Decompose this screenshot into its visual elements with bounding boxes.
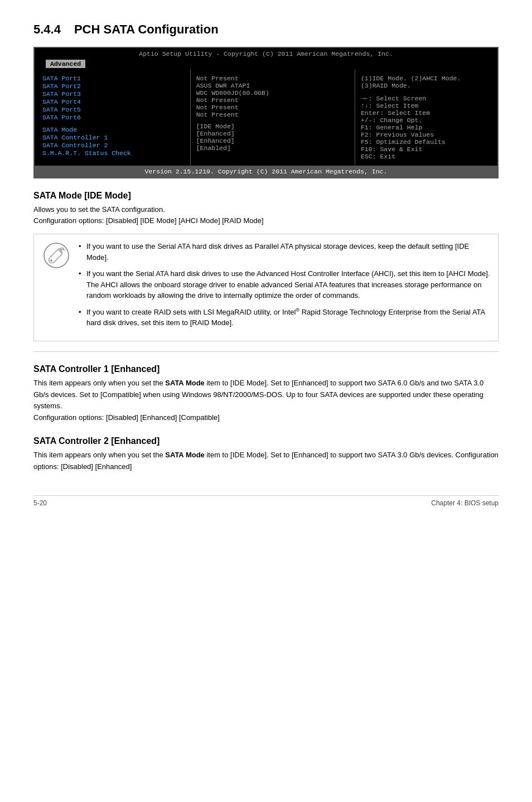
note-bullet-3: If you want to create RAID sets with LSI… bbox=[79, 307, 490, 328]
subsection-title: SATA Mode [IDE Mode] bbox=[33, 191, 499, 201]
bios-middle-panel: Not Present ASUS DWR ATAPI WDC WD800JD(8… bbox=[191, 69, 355, 166]
subsection-para2: Configuration options: [Disabled] [IDE M… bbox=[33, 216, 264, 225]
bios-tab-advanced: Advanced bbox=[46, 60, 85, 68]
subsection-body: This item appears only when you set the … bbox=[33, 450, 499, 473]
bios-port-row: SATA Port6 bbox=[42, 114, 185, 121]
note-bullets: If you want to use the Serial ATA hard d… bbox=[79, 241, 490, 334]
bios-nav-item: F2: Previous Values bbox=[361, 131, 492, 138]
subsection-sata-controller-1: SATA Controller 1 [Enhanced] This item a… bbox=[33, 364, 499, 424]
bios-port-value: Not Present bbox=[196, 75, 349, 82]
subsection-sata-controller-2: SATA Controller 2 [Enhanced] This item a… bbox=[33, 436, 499, 473]
bios-nav-item: F10: Save & Exit bbox=[361, 146, 492, 153]
bios-setting-value: [IDE Mode] bbox=[196, 123, 349, 130]
bios-port-value: Not Present bbox=[196, 96, 349, 104]
section-number: 5.4.4 bbox=[33, 22, 61, 37]
bios-setting-row: SATA Controller 1 bbox=[42, 134, 185, 141]
bios-footer: Version 2.15.1219. Copyright (C) 2011 Am… bbox=[35, 166, 497, 177]
bios-setting-row: SATA Controller 2 bbox=[42, 142, 185, 149]
bold-term: SATA Mode bbox=[165, 451, 205, 459]
bios-nav-item: +/-: Change Opt. bbox=[361, 117, 492, 124]
bios-right-panel: (1)IDE Mode. (2)AHCI Mode.(3)RAID Mode. … bbox=[355, 69, 497, 166]
section-title: PCH SATA Configuration bbox=[74, 22, 219, 37]
note-bullet-1: If you want to use the Serial ATA hard d… bbox=[79, 241, 490, 263]
bios-header: Aptio Setup Utility - Copyright (C) 2011… bbox=[35, 48, 497, 59]
bios-tab-bar: Advanced bbox=[35, 59, 497, 69]
divider-1 bbox=[33, 351, 499, 352]
bios-port-value: Not Present bbox=[196, 104, 349, 111]
bios-port-value: WDC WD800JD(80.0GB) bbox=[196, 89, 349, 96]
bios-nav-item: F1: General Help bbox=[361, 124, 492, 131]
subsection-desc: Allows you to set the SATA configuration… bbox=[33, 204, 499, 226]
bios-port-row: SATA Port2 bbox=[42, 83, 185, 90]
bios-setting-row: SATA Mode bbox=[42, 126, 185, 133]
subsection-para1: Allows you to set the SATA configuration… bbox=[33, 205, 165, 214]
subsection-title: SATA Controller 1 [Enhanced] bbox=[33, 364, 499, 374]
bios-port-row: SATA Port1 bbox=[42, 75, 185, 82]
footer-page-number: 5-20 bbox=[33, 499, 47, 507]
bios-content: SATA Port1 SATA Port2 SATA Port3 SATA Po… bbox=[35, 69, 497, 166]
bios-nav-item: ↑↓: Select Item bbox=[361, 102, 492, 109]
bold-term: SATA Mode bbox=[165, 379, 205, 387]
bios-setting-value: [Enhanced] bbox=[196, 137, 349, 144]
note-box: If you want to use the Serial ATA hard d… bbox=[33, 234, 499, 341]
svg-point-0 bbox=[44, 243, 69, 268]
bios-nav-item: ESC: Exit bbox=[361, 153, 492, 160]
tool-icon bbox=[43, 242, 70, 269]
bios-left-panel: SATA Port1 SATA Port2 SATA Port3 SATA Po… bbox=[35, 69, 191, 166]
bios-port-row: SATA Port5 bbox=[42, 106, 185, 113]
svg-point-1 bbox=[50, 259, 52, 262]
note-icon bbox=[42, 241, 71, 270]
footer-chapter: Chapter 4: BIOS setup bbox=[431, 499, 499, 507]
bios-screenshot: Aptio Setup Utility - Copyright (C) 2011… bbox=[33, 47, 499, 178]
bios-setting-row: S.M.A.R.T. Status Check bbox=[42, 149, 185, 157]
bios-port-row: SATA Port4 bbox=[42, 98, 185, 105]
subsection-sata-mode: SATA Mode [IDE Mode] Allows you to set t… bbox=[33, 191, 499, 341]
bios-nav-item: Enter: Select Item bbox=[361, 109, 492, 117]
bios-setting-value: [Enabled] bbox=[196, 144, 349, 152]
bios-port-value: Not Present bbox=[196, 111, 349, 118]
subsection-body: This item appears only when you set the … bbox=[33, 378, 499, 424]
page-footer: 5-20 Chapter 4: BIOS setup bbox=[33, 495, 499, 507]
bios-port-value: ASUS DWR ATAPI bbox=[196, 82, 349, 89]
bios-nav-item: →←: Select Screen bbox=[361, 95, 492, 102]
bios-setting-value: [Enhanced] bbox=[196, 130, 349, 137]
bios-port-row: SATA Port3 bbox=[42, 90, 185, 98]
subsection-title: SATA Controller 2 [Enhanced] bbox=[33, 436, 499, 446]
note-bullet-2: If you want the Serial ATA hard disk dri… bbox=[79, 268, 490, 301]
bios-help-text: (1)IDE Mode. (2)AHCI Mode.(3)RAID Mode. bbox=[361, 75, 492, 89]
bios-nav-help: →←: Select Screen ↑↓: Select Item Enter:… bbox=[361, 95, 492, 160]
bios-nav-item: F5: Optimized Defaults bbox=[361, 138, 492, 146]
